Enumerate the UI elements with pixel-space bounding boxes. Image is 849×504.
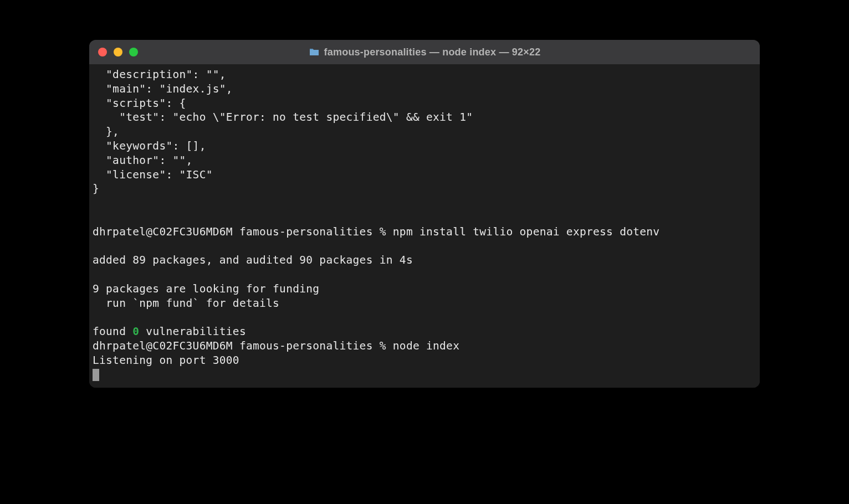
- minimize-button[interactable]: [114, 48, 122, 56]
- terminal-line: "keywords": [],: [93, 140, 206, 152]
- terminal-line: run `npm fund` for details: [93, 297, 279, 310]
- terminal-prompt-line: dhrpatel@C02FC3U6MD6M famous-personaliti…: [93, 340, 459, 352]
- terminal-line: "description": "",: [93, 68, 226, 81]
- close-button[interactable]: [98, 48, 107, 56]
- folder-icon: [309, 48, 320, 56]
- terminal-line: "test": "echo \"Error: no test specified…: [93, 111, 473, 124]
- found-suffix: vulnerabilities: [139, 325, 246, 338]
- cursor: [93, 369, 99, 381]
- terminal-line: "license": "ISC": [93, 168, 213, 181]
- title-container: famous-personalities — node index — 92×2…: [89, 47, 760, 58]
- terminal-line: "author": "",: [93, 154, 193, 167]
- terminal-line: }: [93, 182, 99, 195]
- title-bar[interactable]: famous-personalities — node index — 92×2…: [89, 40, 760, 64]
- terminal-line: "scripts": {: [93, 97, 186, 110]
- window-title: famous-personalities — node index — 92×2…: [324, 47, 541, 58]
- terminal-window: famous-personalities — node index — 92×2…: [89, 40, 760, 388]
- terminal-line: added 89 packages, and audited 90 packag…: [93, 254, 413, 266]
- terminal-line: "main": "index.js",: [93, 83, 233, 95]
- terminal-line: 9 packages are looking for funding: [93, 282, 319, 295]
- terminal-content[interactable]: "description": "", "main": "index.js", "…: [89, 64, 760, 388]
- terminal-line: },: [93, 125, 119, 138]
- traffic-lights: [98, 48, 138, 56]
- terminal-output-line: Listening on port 3000: [93, 354, 239, 367]
- vulnerability-count: 0: [132, 325, 139, 338]
- zoom-button[interactable]: [129, 48, 138, 56]
- found-prefix: found: [93, 325, 132, 338]
- terminal-line: dhrpatel@C02FC3U6MD6M famous-personaliti…: [93, 225, 659, 238]
